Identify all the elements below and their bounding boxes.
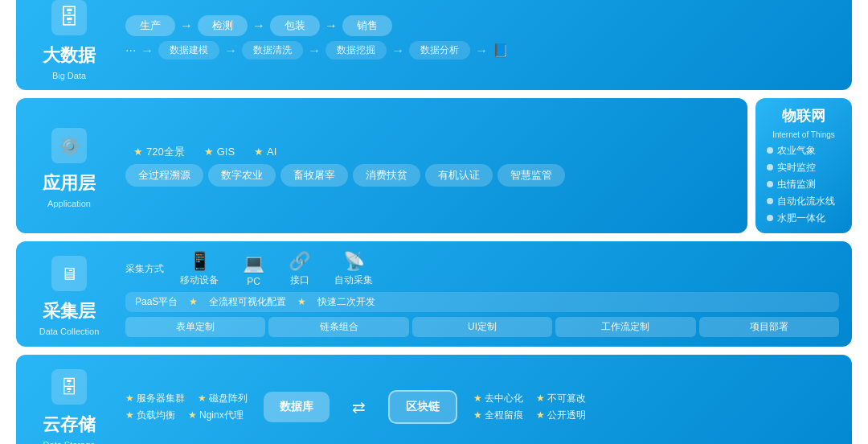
storage-right-row-1: ★ 全程留痕 ★ 公开透明 [473, 409, 586, 422]
pipeline-row2: ··· → 数据建模 → 数据清洗 → 数据挖掘 → 数据分析 → 📘 [125, 41, 839, 60]
star-1: ★ [204, 146, 214, 158]
pipeline2-item-0: 数据建模 [158, 41, 219, 60]
bigdata-title-cn: 大数据 [43, 43, 96, 68]
iot-label-1: 实时监控 [777, 161, 816, 175]
arrow-6: → [308, 43, 321, 58]
iot-sidebar: 物联网 Internet of Things 农业气象 实时监控 虫情监测 自动 [755, 98, 852, 233]
storage-feature-1: ★ 磁盘阵列 [198, 392, 248, 405]
storage-icon-area: 🗄 云存储 Data Storage [29, 364, 109, 445]
pipeline2-item-2: 数据挖掘 [326, 41, 387, 60]
app-feature-2: ★ AI [254, 145, 276, 159]
svg-text:🗄: 🗄 [60, 377, 78, 397]
collect-bottom: 表单定制 链条组合 UI定制 工作流定制 项目部署 [125, 317, 839, 337]
device-label-1: PC [247, 276, 260, 287]
bigdata-icon-area: 🗄 大数据 Big Data [29, 0, 109, 80]
paas-feature-1: 快速二次开发 [317, 295, 375, 309]
app-tag-2: 畜牧屠宰 [280, 164, 348, 187]
app-tag-5: 智慧监管 [497, 164, 565, 187]
iot-title-en: Internet of Things [772, 130, 835, 139]
pc-icon: 💻 [243, 253, 264, 274]
iot-label-2: 虫情监测 [777, 178, 816, 191]
storage-r-feature-1: ★ 不可篡改 [536, 392, 586, 405]
storage-icon: 🗄 [47, 364, 92, 409]
storage-feature-0: ★ 服务器集群 [125, 392, 185, 405]
arrow-3: → [325, 18, 338, 33]
storage-left-row-0: ★ 服务器集群 ★ 磁盘阵列 [125, 392, 248, 405]
iot-item-2: 虫情监测 [767, 178, 841, 191]
app-feature-label-0: 720全景 [146, 145, 185, 159]
star-s1: ★ [198, 393, 207, 404]
iot-dot-0 [767, 147, 773, 154]
pipeline-item-2: 包装 [270, 15, 320, 36]
pipeline-row1: 生产 → 检测 → 包装 → 销售 [125, 15, 839, 36]
svg-text:🖥: 🖥 [60, 264, 78, 284]
collect-tag-1: 链条组合 [268, 317, 408, 337]
collect-label: 采集方式 [125, 262, 164, 276]
app-tags: 全过程溯源 数字农业 畜牧屠宰 消费扶贫 有机认证 智慧监管 [125, 164, 735, 187]
storage-content-wrapper: ★ 服务器集群 ★ 磁盘阵列 ★ 负载均衡 [109, 390, 839, 424]
star-2: ★ [254, 146, 264, 158]
storage-row: 🗄 云存储 Data Storage ★ 服务器集群 ★ [16, 355, 852, 445]
iot-item-0: 农业气象 [767, 144, 841, 158]
svg-text:⚙️: ⚙️ [59, 135, 81, 157]
device-3: 📡 自动采集 [334, 251, 373, 287]
app-tag-4: 有机认证 [425, 164, 493, 187]
arrow-2: → [252, 18, 265, 33]
star-s0: ★ [125, 393, 134, 404]
iot-label-0: 农业气象 [777, 144, 816, 158]
app-title-cn: 应用层 [43, 171, 96, 195]
iot-label-3: 自动化流水线 [777, 195, 835, 208]
collect-devices: 📱 移动设备 💻 PC 🔗 接口 📡 自 [180, 251, 373, 287]
iot-label-4: 水肥一体化 [777, 212, 825, 225]
storage-left-row-1: ★ 负载均衡 ★ Nginx代理 [125, 409, 248, 422]
storage-r-feature-label-0: 去中心化 [485, 392, 523, 405]
iot-dot-3 [767, 198, 773, 204]
iot-item-3: 自动化流水线 [767, 195, 841, 208]
mid-bullet-2: ★ [297, 296, 306, 307]
iot-item-1: 实时监控 [767, 161, 841, 175]
storage-left: ★ 服务器集群 ★ 磁盘阵列 ★ 负载均衡 [125, 392, 248, 422]
storage-title-en: Data Storage [43, 440, 96, 445]
collection-icon: 🖥 [47, 251, 92, 296]
interface-icon: 🔗 [289, 251, 310, 272]
star-0: ★ [133, 146, 143, 158]
app-icon-area: ⚙️ 应用层 Application [29, 123, 109, 208]
app-feature-1: ★ GIS [204, 145, 235, 159]
svg-text:🗄: 🗄 [59, 5, 80, 29]
storage-card: 🗄 云存储 Data Storage ★ 服务器集群 ★ [16, 355, 852, 445]
arrow-7: → [391, 43, 404, 58]
storage-feature-2: ★ 负载均衡 [125, 409, 175, 422]
app-icon: ⚙️ [47, 123, 92, 168]
app-row: ⚙️ 应用层 Application ★ 720全景 ★ GIS ★ [16, 98, 852, 233]
collection-content: 采集方式 📱 移动设备 💻 PC 🔗 接口 [109, 251, 839, 337]
collect-top: 采集方式 📱 移动设备 💻 PC 🔗 接口 [125, 251, 839, 287]
arrow-1: → [180, 18, 193, 33]
pipeline-item-3: 销售 [342, 15, 392, 36]
app-tag-0: 全过程溯源 [125, 164, 203, 187]
storage-r-feature-label-2: 全程留痕 [485, 409, 523, 422]
storage-r-feature-3: ★ 公开透明 [536, 409, 586, 422]
app-tag-3: 消费扶贫 [353, 164, 420, 187]
iot-dot-1 [767, 164, 773, 171]
pipeline-item-0: 生产 [125, 15, 175, 36]
star-r1: ★ [536, 393, 545, 404]
star-s2: ★ [125, 409, 134, 421]
mid-bullet-1: ★ [189, 296, 198, 307]
device-0: 📱 移动设备 [180, 251, 219, 287]
app-features: ★ 720全景 ★ GIS ★ AI [125, 145, 735, 159]
arrow-5: → [224, 43, 237, 58]
iot-dot-2 [767, 181, 773, 187]
main-container: 🗄 大数据 Big Data 生产 → 检测 → 包装 → 销售 ··· → [16, 0, 852, 444]
storage-content: ★ 服务器集群 ★ 磁盘阵列 ★ 负载均衡 [125, 390, 839, 424]
database-label: 数据库 [280, 400, 313, 414]
dots-icon: ··· [125, 43, 136, 58]
collect-tag-3: 工作流定制 [555, 317, 695, 337]
storage-feature-3: ★ Nginx代理 [188, 409, 244, 422]
storage-r-feature-0: ★ 去中心化 [473, 392, 523, 405]
arrow-8: → [475, 43, 488, 58]
pipeline2-item-3: 数据分析 [409, 41, 470, 60]
app-content: ★ 720全景 ★ GIS ★ AI 全过程溯源 数字农业 畜牧屠宰 [109, 145, 735, 187]
app-feature-label-2: AI [267, 146, 276, 158]
paas-label: PaaS平台 [135, 295, 178, 309]
collection-icon-area: 🖥 采集层 Data Collection [29, 251, 109, 336]
